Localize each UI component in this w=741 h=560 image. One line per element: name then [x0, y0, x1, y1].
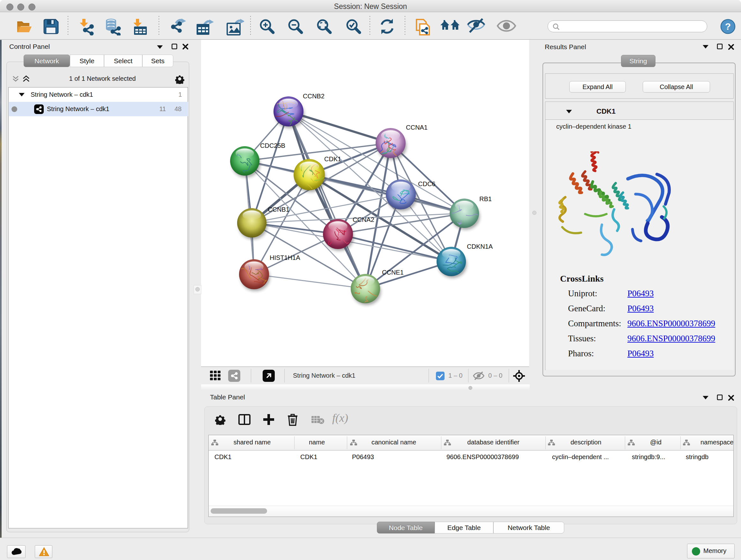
svg-text:CCNB1: CCNB1	[268, 206, 289, 213]
svg-text:CDC25B: CDC25B	[260, 142, 285, 149]
svg-text:CDC6: CDC6	[418, 180, 435, 187]
svg-text:CDKN1A: CDKN1A	[467, 243, 493, 250]
svg-text:CCNB2: CCNB2	[303, 92, 325, 100]
svg-text:HIST1H1A: HIST1H1A	[270, 254, 300, 261]
svg-text:RB1: RB1	[479, 195, 492, 202]
svg-text:CCNA2: CCNA2	[353, 216, 374, 223]
svg-text:CDK1: CDK1	[324, 155, 341, 163]
svg-text:CCNA1: CCNA1	[406, 124, 428, 131]
svg-text:?: ?	[725, 21, 731, 32]
svg-text:CCNE1: CCNE1	[382, 269, 404, 276]
